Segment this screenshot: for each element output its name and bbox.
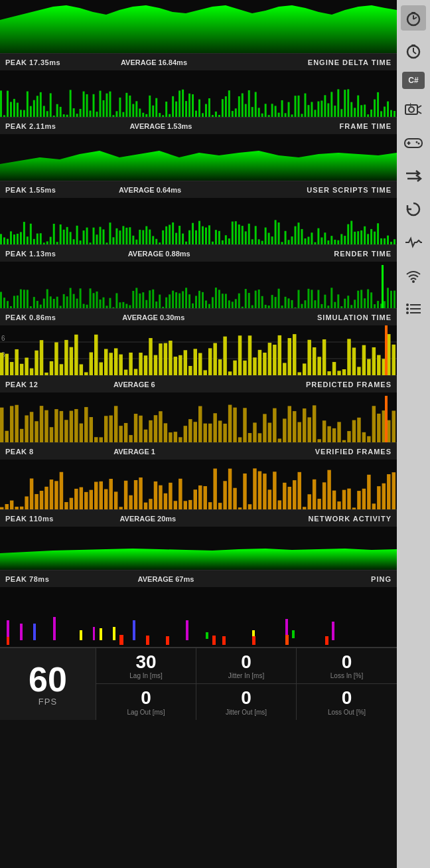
svg-rect-498 — [213, 413, 216, 442]
svg-rect-226 — [330, 236, 332, 244]
svg-rect-121 — [390, 110, 392, 117]
svg-rect-227 — [334, 240, 336, 244]
engine-delta-peak: PEAK 17.35ms — [5, 58, 60, 66]
svg-rect-551 — [70, 498, 73, 509]
svg-rect-80 — [255, 92, 257, 117]
svg-rect-545 — [40, 491, 43, 509]
svg-rect-394 — [104, 349, 107, 375]
svg-rect-619 — [0, 587, 397, 647]
svg-rect-583 — [228, 469, 232, 509]
svg-rect-505 — [248, 433, 251, 442]
frame-time-average: AVERAGE 1.53ms — [129, 122, 192, 130]
svg-rect-437 — [317, 357, 321, 375]
sidebar-stopwatch-icon[interactable] — [401, 5, 426, 31]
svg-rect-438 — [322, 339, 326, 375]
svg-rect-613 — [377, 486, 380, 509]
svg-rect-90 — [288, 102, 290, 117]
svg-rect-442 — [342, 369, 346, 375]
svg-rect-637 — [212, 636, 216, 645]
sidebar-camera-icon[interactable]: + — [401, 97, 426, 122]
svg-rect-351 — [344, 299, 346, 308]
svg-rect-458 — [15, 405, 18, 442]
svg-rect-336 — [295, 307, 297, 308]
svg-rect-83 — [265, 104, 267, 117]
svg-rect-337 — [298, 290, 300, 308]
svg-rect-79 — [251, 107, 253, 117]
frame-time-peak: PEAK 2.11ms — [5, 122, 56, 130]
svg-rect-581 — [218, 503, 222, 509]
sidebar-gamepad-icon[interactable] — [401, 130, 426, 155]
svg-rect-634 — [119, 635, 123, 645]
svg-rect-189 — [208, 225, 210, 244]
svg-rect-346 — [327, 305, 329, 308]
svg-rect-55 — [172, 96, 174, 117]
sidebar-csharp-icon[interactable]: C# — [402, 72, 425, 89]
svg-rect-515 — [298, 422, 301, 442]
svg-rect-184 — [192, 223, 194, 244]
svg-rect-111 — [357, 96, 359, 117]
svg-rect-34 — [102, 100, 104, 117]
svg-rect-452 — [392, 345, 395, 375]
svg-rect-299 — [172, 291, 174, 308]
sidebar-wifi-icon[interactable] — [401, 263, 426, 288]
svg-rect-165 — [129, 227, 131, 244]
svg-rect-364 — [387, 288, 389, 308]
svg-rect-635 — [146, 636, 149, 645]
svg-rect-74 — [235, 108, 237, 117]
sidebar-pulse-icon[interactable] — [401, 230, 426, 255]
svg-rect-402 — [144, 355, 147, 375]
svg-rect-443 — [347, 339, 350, 375]
svg-rect-563 — [129, 495, 132, 509]
svg-rect-439 — [327, 371, 330, 375]
svg-rect-328 — [268, 305, 270, 308]
svg-rect-23 — [66, 115, 68, 117]
svg-rect-30 — [90, 111, 92, 117]
svg-rect-325 — [258, 290, 260, 308]
svg-rect-558 — [104, 489, 107, 509]
svg-rect-280 — [109, 298, 111, 308]
svg-rect-15 — [40, 92, 42, 117]
svg-rect-252 — [17, 296, 19, 308]
svg-rect-409 — [179, 355, 182, 375]
svg-rect-481 — [129, 435, 132, 442]
svg-rect-272 — [83, 304, 85, 308]
sidebar-timer-icon[interactable] — [401, 39, 426, 64]
svg-rect-509 — [268, 423, 271, 442]
engine-delta-average: AVERAGE 16.84ms — [121, 58, 187, 66]
svg-rect-340 — [307, 289, 309, 308]
svg-rect-86 — [275, 106, 277, 117]
svg-rect-375 — [10, 362, 13, 375]
svg-rect-313 — [218, 290, 220, 308]
svg-rect-104 — [334, 106, 336, 117]
svg-rect-435 — [307, 340, 311, 375]
svg-rect-399 — [129, 353, 132, 375]
svg-rect-179 — [175, 233, 177, 244]
user-scripts-chart — [0, 134, 397, 181]
frame-time-stats: PEAK 2.11ms AVERAGE 1.53ms FRAME TIME — [0, 117, 397, 134]
svg-rect-480 — [124, 423, 127, 442]
svg-rect-116 — [374, 100, 376, 117]
svg-rect-236 — [364, 226, 366, 244]
svg-rect-408 — [174, 357, 177, 375]
svg-rect-100 — [321, 100, 322, 117]
svg-rect-276 — [96, 292, 98, 308]
predicted-frames-section: 6 3 PEAK 12 AVERAGE 6 PREDICTED FRAMES — [0, 325, 397, 392]
svg-rect-49 — [152, 106, 154, 117]
sidebar-list-icon[interactable] — [401, 296, 426, 321]
svg-rect-419 — [228, 371, 232, 375]
sidebar-arrows-icon[interactable] — [401, 163, 426, 189]
svg-rect-22 — [63, 114, 65, 117]
svg-rect-203 — [255, 226, 257, 244]
svg-rect-497 — [208, 424, 212, 442]
svg-rect-8 — [17, 103, 19, 117]
svg-rect-421 — [238, 335, 242, 375]
svg-rect-257 — [33, 297, 35, 308]
svg-rect-587 — [248, 504, 251, 509]
svg-rect-243 — [387, 236, 389, 244]
user-scripts-label: USER SCRIPTS TIME — [307, 186, 392, 194]
sidebar-refresh-icon[interactable] — [401, 197, 426, 222]
svg-rect-513 — [288, 406, 291, 442]
svg-rect-283 — [119, 302, 121, 308]
svg-rect-331 — [278, 289, 280, 308]
engine-delta-chart: // Generated filled waveform — [0, 0, 397, 53]
